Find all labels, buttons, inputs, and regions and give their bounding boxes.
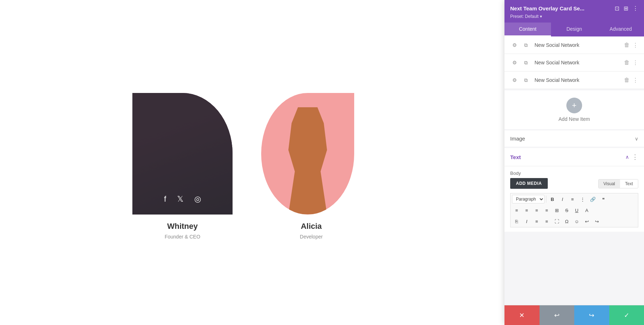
panel-header: Next Team Overlay Card Se... ⊡ ⊞ ⋮ Prese… <box>504 0 644 23</box>
confirm-button[interactable]: ✓ <box>609 305 644 325</box>
item-left-icons-0: ⚙ ⧉ <box>510 41 530 49</box>
body-editor: ADD MEDIA Visual Text <box>504 178 644 232</box>
toolbar-row-1: Paragraph B I ≡ ⋮ 🔗 ❝ <box>510 193 638 205</box>
blockquote-button[interactable]: ❝ <box>599 195 608 203</box>
card-whitney: f 𝕏 ◎ Whitney Founder & CEO <box>132 93 233 240</box>
delete-icon-2[interactable]: 🗑 <box>624 77 630 83</box>
tab-design[interactable]: Design <box>551 23 597 36</box>
redo-button[interactable]: ↪ <box>592 217 601 226</box>
text-section-label: Text <box>510 154 521 160</box>
card-image-dark: f 𝕏 ◎ <box>132 93 233 215</box>
card-name-whitney: Whitney <box>167 222 198 231</box>
card-title-whitney: Founder & CEO <box>165 234 200 240</box>
emoji-button[interactable]: ☺ <box>572 217 581 226</box>
image-section-label: Image <box>510 136 525 142</box>
item-label-1: New Social Network <box>535 60 624 65</box>
screenshot-icon[interactable]: ⊡ <box>615 5 619 12</box>
text-section-header: Text ∧ ⋮ <box>504 148 644 166</box>
item-label-0: New Social Network <box>535 42 624 48</box>
item-label-2: New Social Network <box>535 77 624 83</box>
fullscreen-button[interactable]: ⛶ <box>552 217 561 226</box>
twitter-icon[interactable]: 𝕏 <box>177 194 184 204</box>
align-left-button[interactable]: ≡ <box>512 206 521 215</box>
duplicate-icon-2[interactable]: ⧉ <box>522 76 530 84</box>
settings-icon-1[interactable]: ⚙ <box>510 58 519 67</box>
panel-title: Next Team Overlay Card Se... <box>510 5 584 11</box>
ordered-list-button[interactable]: ⋮ <box>578 195 587 203</box>
canvas-area: f 𝕏 ◎ Whitney Founder & CEO Alicia Devel… <box>0 0 644 325</box>
duplicate-icon-1[interactable]: ⧉ <box>522 58 530 67</box>
add-new-item-label: Add New Item <box>558 116 590 122</box>
item-left-icons-2: ⚙ ⧉ <box>510 76 530 84</box>
facebook-icon[interactable]: f <box>164 194 166 204</box>
card-alicia: Alicia Developer <box>261 93 361 240</box>
settings-icon-0[interactable]: ⚙ <box>510 41 519 49</box>
link-button[interactable]: 🔗 <box>588 195 598 203</box>
paste-button[interactable]: ⎘ <box>512 217 521 226</box>
settings-icon-2[interactable]: ⚙ <box>510 76 519 84</box>
more-vert-icon[interactable]: ⋮ <box>633 5 638 12</box>
toolbar-row-3: ⎘ I ≡ ≡ ⛶ Ω ☺ ↩ ↪ <box>510 216 638 227</box>
add-new-item-section: + Add New Item <box>504 90 644 129</box>
editor-tab-text[interactable]: Text <box>620 179 638 188</box>
underline-button[interactable]: U <box>572 206 581 215</box>
align-justify-button[interactable]: ≡ <box>542 206 551 215</box>
text-more-icon[interactable]: ⋮ <box>632 153 638 161</box>
align-right-button[interactable]: ≡ <box>532 206 541 215</box>
outdent-button[interactable]: ≡ <box>542 217 551 226</box>
toolbar-divider-1 <box>546 196 546 203</box>
social-item-2: ⚙ ⧉ New Social Network 🗑 ⋮ <box>504 72 644 89</box>
image-section[interactable]: Image ∨ <box>504 131 644 147</box>
card-image-wrapper-alicia <box>261 93 361 215</box>
item-left-icons-1: ⚙ ⧉ <box>510 58 530 67</box>
tab-advanced[interactable]: Advanced <box>597 23 644 36</box>
add-new-item-button[interactable]: + <box>566 98 582 113</box>
table-button[interactable]: ⊞ <box>552 206 561 215</box>
text-color-button[interactable]: A <box>582 206 591 215</box>
align-center-button[interactable]: ≡ <box>522 206 531 215</box>
undo-button[interactable]: ↩ <box>582 217 591 226</box>
panel-preset[interactable]: Preset: Default ▾ <box>510 14 638 19</box>
editor-tab-visual[interactable]: Visual <box>599 179 620 188</box>
paragraph-select[interactable]: Paragraph <box>512 195 545 203</box>
duplicate-icon-0[interactable]: ⧉ <box>522 41 530 49</box>
social-icons-whitney: f 𝕏 ◎ <box>132 194 233 204</box>
delete-icon-1[interactable]: 🗑 <box>624 59 630 66</box>
cancel-button[interactable]: ✕ <box>504 305 540 325</box>
text-chevron-up-icon[interactable]: ∧ <box>625 154 629 160</box>
text-section: Text ∧ ⋮ Body ADD MEDIA Visual <box>504 148 644 232</box>
social-item-0: ⚙ ⧉ New Social Network 🗑 ⋮ <box>504 36 644 54</box>
social-items-list: ⚙ ⧉ New Social Network 🗑 ⋮ ⚙ ⧉ New Socia… <box>504 36 644 89</box>
indent-button[interactable]: ≡ <box>532 217 541 226</box>
more-icon-2[interactable]: ⋮ <box>633 77 638 84</box>
special-char-button[interactable]: Ω <box>562 217 571 226</box>
undo-action-button[interactable]: ↩ <box>540 305 575 325</box>
unordered-list-button[interactable]: ≡ <box>568 195 577 203</box>
strikethrough-button[interactable]: S <box>562 206 571 215</box>
italic-button[interactable]: I <box>558 195 567 203</box>
editor-tabs: Visual Text <box>598 179 638 188</box>
card-image-pink <box>261 93 354 215</box>
team-cards-container: f 𝕏 ◎ Whitney Founder & CEO Alicia Devel… <box>132 93 361 240</box>
panel-title-row: Next Team Overlay Card Se... ⊡ ⊞ ⋮ <box>510 5 638 12</box>
more-icon-1[interactable]: ⋮ <box>633 59 638 66</box>
instagram-icon[interactable]: ◎ <box>194 194 201 204</box>
bold-button[interactable]: B <box>548 195 557 203</box>
editor-media-row: ADD MEDIA Visual Text <box>510 178 638 192</box>
tab-content[interactable]: Content <box>504 23 551 36</box>
italic2-button[interactable]: I <box>522 217 531 226</box>
item-actions-2: 🗑 ⋮ <box>624 77 638 84</box>
alicia-figure <box>275 107 340 215</box>
panel-tabs: Content Design Advanced <box>504 23 644 36</box>
add-media-button[interactable]: ADD MEDIA <box>510 178 548 189</box>
more-icon-0[interactable]: ⋮ <box>633 42 638 49</box>
delete-icon-0[interactable]: 🗑 <box>624 42 630 48</box>
redo-action-button[interactable]: ↪ <box>574 305 609 325</box>
grid-icon[interactable]: ⊞ <box>624 5 628 12</box>
body-label: Body <box>504 166 644 178</box>
side-panel: Next Team Overlay Card Se... ⊡ ⊞ ⋮ Prese… <box>504 0 644 325</box>
social-item-1: ⚙ ⧉ New Social Network 🗑 ⋮ <box>504 54 644 72</box>
card-name-alicia: Alicia <box>301 222 322 231</box>
panel-title-icons: ⊡ ⊞ ⋮ <box>615 5 638 12</box>
panel-actions: ✕ ↩ ↪ ✓ <box>504 305 644 325</box>
